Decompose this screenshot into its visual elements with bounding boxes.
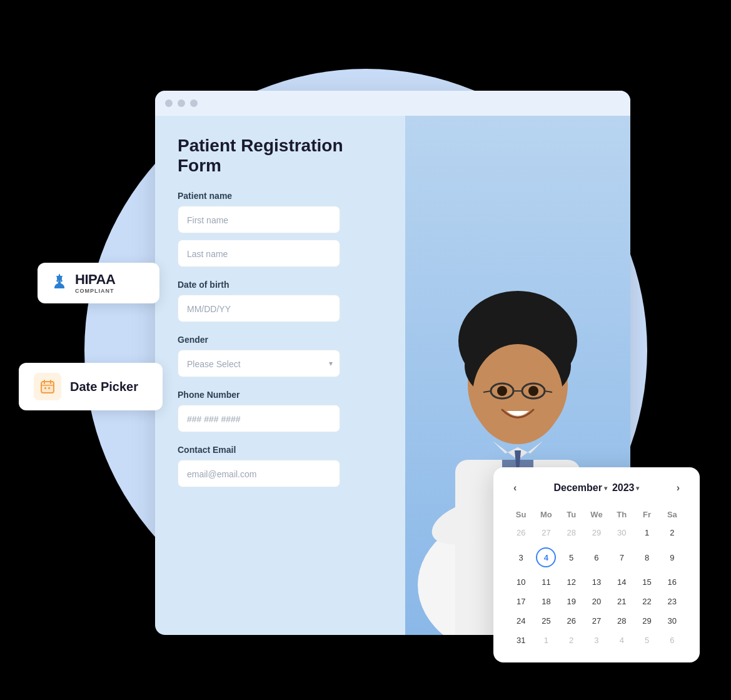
calendar-day[interactable]: 2 <box>559 631 584 650</box>
calendar-day[interactable]: 10 <box>508 572 533 592</box>
calendar-body: 2627282930123456789101112131415161718192… <box>508 523 685 650</box>
calendar-day[interactable]: 26 <box>508 523 533 542</box>
titlebar-dot-3 <box>190 99 198 107</box>
calendar-popup: ‹ December ▾ 2023 ▾ › SuMoTuWeThFrSa 262… <box>493 467 700 662</box>
calendar-day[interactable]: 24 <box>508 611 533 631</box>
calendar-day[interactable]: 29 <box>584 523 609 542</box>
datepicker-badge: Date Picker <box>19 363 163 410</box>
calendar-day[interactable]: 28 <box>559 523 584 542</box>
calendar-day[interactable]: 6 <box>584 542 609 572</box>
calendar-day[interactable]: 21 <box>609 592 634 611</box>
calendar-prev-nav[interactable]: ‹ <box>508 480 522 496</box>
calendar-day[interactable]: 27 <box>533 523 558 542</box>
calendar-header: ‹ December ▾ 2023 ▾ › <box>508 480 685 496</box>
hipaa-badge: HIPAA COMPLIANT <box>38 263 159 303</box>
calendar-day[interactable]: 11 <box>533 572 558 592</box>
gender-select-wrapper[interactable]: Please Select <box>178 350 340 377</box>
calendar-day[interactable]: 16 <box>660 572 685 592</box>
calendar-day[interactable]: 28 <box>609 611 634 631</box>
calendar-day[interactable]: 3 <box>584 631 609 650</box>
svg-point-24 <box>497 386 507 396</box>
calendar-year: 2023 <box>612 482 635 494</box>
calendar-day[interactable]: 29 <box>634 611 659 631</box>
svg-point-25 <box>528 386 538 396</box>
calendar-day[interactable]: 18 <box>533 592 558 611</box>
gender-section: Gender Please Select <box>178 335 359 377</box>
calendar-day[interactable]: 5 <box>634 631 659 650</box>
calendar-grid: SuMoTuWeThFrSa 2627282930123456789101112… <box>508 506 685 650</box>
email-label: Contact Email <box>178 445 359 455</box>
email-section: Contact Email email@email.com <box>178 445 359 487</box>
calendar-day[interactable]: 1 <box>533 631 558 650</box>
calendar-day-headers: SuMoTuWeThFrSa <box>508 506 685 523</box>
calendar-week-6: 31123456 <box>508 631 685 650</box>
calendar-day[interactable]: 17 <box>508 592 533 611</box>
year-arrow: ▾ <box>636 485 639 492</box>
calendar-day[interactable]: 7 <box>609 542 634 572</box>
calendar-month-year: December ▾ 2023 ▾ <box>554 482 640 494</box>
calendar-day[interactable]: 26 <box>559 611 584 631</box>
dob-input[interactable]: MM/DD/YY <box>178 295 340 322</box>
titlebar-dot-2 <box>178 99 185 107</box>
day-header-we: We <box>584 506 609 523</box>
last-name-input[interactable]: Last name <box>178 240 340 267</box>
calendar-day[interactable]: 3 <box>508 542 533 572</box>
day-header-th: Th <box>609 506 634 523</box>
month-arrow: ▾ <box>604 485 607 492</box>
dob-label: Date of birth <box>178 280 359 290</box>
calendar-week-2: 3456789 <box>508 542 685 572</box>
phone-section: Phone Number ### ### #### <box>178 390 359 432</box>
day-header-su: Su <box>508 506 533 523</box>
day-header-mo: Mo <box>533 506 558 523</box>
gender-label: Gender <box>178 335 359 345</box>
day-header-tu: Tu <box>559 506 584 523</box>
svg-rect-2 <box>41 382 54 393</box>
calendar-day[interactable]: 2 <box>660 523 685 542</box>
calendar-day[interactable]: 20 <box>584 592 609 611</box>
calendar-day[interactable]: 15 <box>634 572 659 592</box>
svg-rect-7 <box>44 387 46 389</box>
calendar-day[interactable]: 9 <box>660 542 685 572</box>
email-input[interactable]: email@email.com <box>178 460 340 487</box>
month-dropdown[interactable]: December ▾ <box>554 482 607 494</box>
calendar-week-4: 17181920212223 <box>508 592 685 611</box>
calendar-day[interactable]: 19 <box>559 592 584 611</box>
calendar-week-3: 10111213141516 <box>508 572 685 592</box>
phone-input[interactable]: ### ### #### <box>178 405 340 432</box>
day-header-sa: Sa <box>660 506 685 523</box>
form-title: Patient Registration Form <box>178 136 383 176</box>
calendar-week-5: 24252627282930 <box>508 611 685 631</box>
svg-point-18 <box>473 344 563 444</box>
calendar-day[interactable]: 30 <box>660 611 685 631</box>
calendar-week-1: 262728293012 <box>508 523 685 542</box>
calendar-day[interactable]: 23 <box>660 592 685 611</box>
calendar-day[interactable]: 8 <box>634 542 659 572</box>
calendar-day[interactable]: 31 <box>508 631 533 650</box>
calendar-day[interactable]: 22 <box>634 592 659 611</box>
calendar-day[interactable]: 6 <box>660 631 685 650</box>
calendar-day[interactable]: 14 <box>609 572 634 592</box>
calendar-day[interactable]: 5 <box>559 542 584 572</box>
phone-label: Phone Number <box>178 390 359 400</box>
hipaa-title: HIPAA <box>75 271 115 288</box>
year-dropdown[interactable]: 2023 ▾ <box>612 482 640 494</box>
dob-section: Date of birth MM/DD/YY <box>178 280 359 322</box>
form-content: Patient Registration Form Patient name F… <box>155 116 405 610</box>
calendar-day[interactable]: 13 <box>584 572 609 592</box>
calendar-day[interactable]: 4 <box>609 631 634 650</box>
calendar-day[interactable]: 30 <box>609 523 634 542</box>
svg-rect-8 <box>48 387 50 389</box>
hipaa-subtitle: COMPLIANT <box>75 288 115 295</box>
calendar-day[interactable]: 1 <box>634 523 659 542</box>
calendar-day[interactable]: 27 <box>584 611 609 631</box>
day-header-fr: Fr <box>634 506 659 523</box>
titlebar-dot-1 <box>165 99 173 107</box>
gender-select[interactable]: Please Select <box>178 350 340 377</box>
first-name-input[interactable]: First name <box>178 206 340 233</box>
calendar-day[interactable]: 25 <box>533 611 558 631</box>
calendar-next-nav[interactable]: › <box>672 480 685 496</box>
calendar-today[interactable]: 4 <box>533 542 558 572</box>
calendar-day[interactable]: 12 <box>559 572 584 592</box>
patient-name-section: Patient name First name Last name <box>178 191 359 267</box>
patient-name-label: Patient name <box>178 191 359 201</box>
